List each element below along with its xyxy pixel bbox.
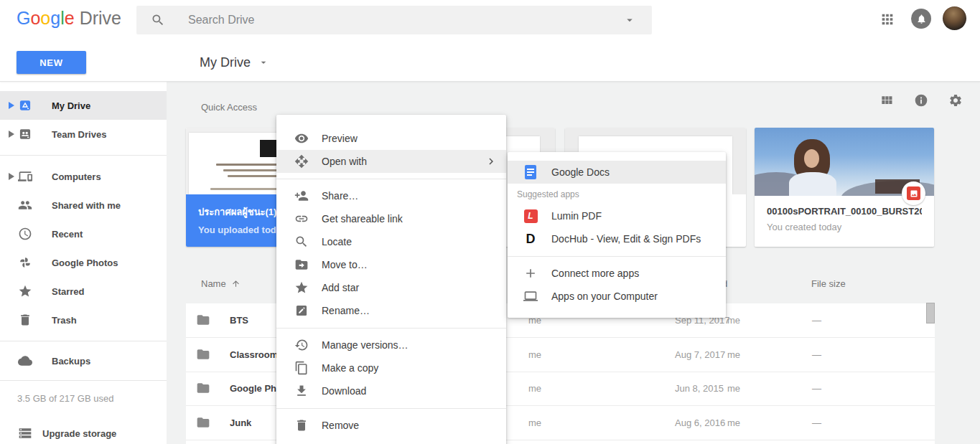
sidebar-item-my-drive[interactable]: My Drive xyxy=(0,91,167,120)
info-icon[interactable] xyxy=(914,93,928,108)
context-menu: Preview Open with Share… Get shareable l… xyxy=(276,115,506,444)
lumin-pdf-icon: L xyxy=(523,209,538,223)
column-header-name[interactable]: Name xyxy=(201,278,226,289)
menu-item-move-to[interactable]: Move to… xyxy=(276,253,506,276)
settings-gear-icon[interactable] xyxy=(948,93,963,108)
file-name: Junk xyxy=(230,406,251,440)
menu-item-preview[interactable]: Preview xyxy=(276,127,506,150)
storage-icon xyxy=(18,426,32,440)
chevron-down-icon[interactable] xyxy=(258,57,269,68)
laptop-icon xyxy=(523,289,538,303)
quick-access-card-photo[interactable]: 00100sPORTRAIT_00100_BURST20... You crea… xyxy=(755,128,934,247)
file-modified-date: Aug 6, 2016 xyxy=(675,406,725,440)
menu-item-remove[interactable]: Remove xyxy=(276,414,506,437)
breadcrumb-my-drive[interactable]: My Drive xyxy=(200,51,269,74)
sidebar-item-team-drives[interactable]: Team Drives xyxy=(0,120,167,148)
document-logo-mark xyxy=(260,140,277,157)
expand-arrow-icon[interactable] xyxy=(9,102,18,109)
user-avatar[interactable] xyxy=(943,6,966,30)
menu-item-share[interactable]: Share… xyxy=(276,184,506,207)
file-size: — xyxy=(812,372,821,405)
menu-item-get-shareable-link[interactable]: Get shareable link xyxy=(276,207,506,230)
search-bar[interactable]: Search Drive xyxy=(136,6,652,34)
google-drive-logo[interactable]: GoogleDrive xyxy=(17,8,121,29)
submenu-item-google-docs[interactable]: Google Docs xyxy=(508,161,726,184)
menu-item-label: Locate xyxy=(322,236,352,247)
menu-item-locate[interactable]: Locate xyxy=(276,230,506,253)
file-owner: me xyxy=(528,372,541,405)
submenu-item-label: Lumin PDF xyxy=(551,210,602,222)
card-subtitle: You created today xyxy=(767,222,922,232)
submenu-item-dochub[interactable]: D DocHub - View, Edit & Sign PDFs xyxy=(508,227,726,250)
file-modified-by: me xyxy=(727,372,740,405)
search-options-caret-icon[interactable] xyxy=(623,14,636,27)
image-icon xyxy=(907,186,920,200)
sidebar-divider xyxy=(0,155,167,156)
menu-item-add-star[interactable]: Add star xyxy=(276,276,506,299)
sidebar-item-google-photos[interactable]: Google Photos xyxy=(0,248,167,277)
menu-item-label: Get shareable link xyxy=(322,213,403,225)
grid-view-icon[interactable] xyxy=(879,93,894,108)
apps-grid-icon[interactable] xyxy=(879,11,895,27)
top-header: GoogleDrive Search Drive xyxy=(0,0,980,39)
submenu-item-apps-on-your-computer[interactable]: Apps on your Computer xyxy=(508,285,726,308)
sort-ascending-arrow-icon[interactable] xyxy=(231,279,241,288)
notifications-bell-icon[interactable] xyxy=(911,9,931,29)
menu-item-make-a-copy[interactable]: Make a copy xyxy=(276,356,506,379)
devices-icon xyxy=(18,169,32,184)
submenu-item-lumin-pdf[interactable]: L Lumin PDF xyxy=(508,204,726,227)
logo-letter: e xyxy=(65,8,75,28)
menu-item-label: Manage versions… xyxy=(322,339,409,351)
menu-item-rename[interactable]: Rename… xyxy=(276,299,506,322)
menu-item-label: Preview xyxy=(322,133,358,144)
sidebar-divider xyxy=(0,380,167,381)
dochub-icon: D xyxy=(523,232,538,246)
menu-item-label: Move to… xyxy=(322,259,368,270)
drive-icon xyxy=(18,98,32,113)
expand-arrow-icon[interactable] xyxy=(9,173,18,180)
search-placeholder[interactable]: Search Drive xyxy=(188,6,254,34)
sidebar: My Drive Team Drives Computers Shared wi… xyxy=(0,81,167,444)
cloud-icon xyxy=(18,354,32,368)
trash-icon xyxy=(18,313,32,327)
sidebar-item-shared-with-me[interactable]: Shared with me xyxy=(0,191,167,219)
menu-item-label: Open with xyxy=(322,156,367,167)
open-with-submenu: Google Docs Suggested apps L Lumin PDF D… xyxy=(508,152,726,318)
file-size: — xyxy=(812,338,821,372)
sidebar-item-computers[interactable]: Computers xyxy=(0,162,167,191)
download-icon xyxy=(294,384,309,398)
sidebar-item-starred[interactable]: Starred xyxy=(0,277,167,306)
menu-item-manage-versions[interactable]: Manage versions… xyxy=(276,334,506,356)
submenu-item-connect-more-apps[interactable]: Connect more apps xyxy=(508,262,726,285)
file-modified-date: Jun 8, 2015 xyxy=(675,372,724,405)
sidebar-item-recent[interactable]: Recent xyxy=(0,219,167,248)
folder-icon xyxy=(196,415,210,430)
new-button[interactable]: NEW xyxy=(17,51,86,74)
star-icon xyxy=(18,284,32,298)
menu-item-download[interactable]: Download xyxy=(276,379,506,402)
rename-icon xyxy=(294,303,309,318)
sidebar-item-backups[interactable]: Backups xyxy=(0,346,167,375)
sidebar-item-label: Starred xyxy=(52,286,85,297)
column-header-file-size[interactable]: File size xyxy=(811,278,846,289)
menu-item-label: Make a copy xyxy=(322,362,378,374)
folder-move-icon xyxy=(294,258,309,272)
sidebar-item-upgrade-storage[interactable]: Upgrade storage xyxy=(0,419,167,444)
sidebar-item-trash[interactable]: Trash xyxy=(0,306,167,334)
file-name: BTS xyxy=(230,303,248,337)
card-title: 00100sPORTRAIT_00100_BURST20... xyxy=(767,206,922,217)
sidebar-item-label: Recent xyxy=(52,229,83,240)
submenu-item-label: Google Docs xyxy=(551,166,610,178)
search-icon[interactable] xyxy=(151,13,165,27)
people-icon xyxy=(18,198,32,212)
action-toolbar: NEW My Drive xyxy=(0,39,980,82)
menu-item-open-with[interactable]: Open with xyxy=(276,150,506,173)
logo-letter: g xyxy=(50,8,60,28)
vertical-scrollbar-thumb[interactable] xyxy=(926,303,935,323)
folder-icon xyxy=(196,381,210,395)
expand-arrow-icon[interactable] xyxy=(9,131,18,138)
sidebar-item-label: Google Photos xyxy=(52,258,118,268)
sidebar-item-label: Trash xyxy=(52,315,77,326)
menu-item-label: Share… xyxy=(322,190,358,202)
submenu-item-label: DocHub - View, Edit & Sign PDFs xyxy=(551,233,701,245)
